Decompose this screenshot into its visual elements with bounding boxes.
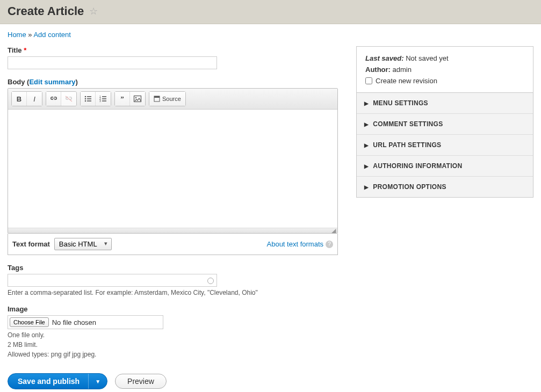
svg-point-4 [84, 100, 86, 102]
image-button[interactable] [130, 92, 145, 106]
tags-label: Tags [8, 264, 338, 272]
caret-right-icon: ▶ [364, 142, 369, 148]
editor-textarea[interactable] [8, 110, 337, 228]
svg-rect-7 [102, 96, 106, 97]
accordion-url-path-settings[interactable]: ▶URL PATH SETTINGS [357, 134, 533, 155]
new-revision-checkbox[interactable] [365, 77, 372, 84]
tags-input[interactable] [8, 274, 217, 287]
tags-hint: Enter a comma-separated list. For exampl… [8, 289, 338, 296]
help-icon: ? [326, 241, 333, 248]
svg-rect-9 [102, 98, 106, 99]
svg-rect-1 [87, 96, 91, 97]
body-editor: B I [8, 88, 338, 234]
file-status: No file chosen [52, 318, 96, 326]
editor-resize-handle[interactable] [8, 228, 337, 233]
image-label: Image [8, 305, 338, 313]
svg-rect-11 [102, 100, 106, 101]
link-button[interactable] [46, 92, 61, 106]
accordion-comment-settings[interactable]: ▶COMMENT SETTINGS [357, 113, 533, 134]
caret-right-icon: ▶ [364, 184, 369, 190]
sidebar: Last saved: Not saved yet Author: admin … [356, 46, 533, 198]
caret-right-icon: ▶ [364, 100, 369, 106]
text-format-bar: Text format Basic HTML About text format… [8, 234, 338, 255]
italic-button[interactable]: I [27, 92, 42, 106]
required-mark: * [24, 46, 26, 54]
favorite-star-icon[interactable]: ☆ [89, 5, 98, 17]
file-hint-2: 2 MB limit. [8, 341, 338, 349]
title-input[interactable] [8, 56, 217, 69]
page-title: Create Article [8, 4, 84, 18]
bold-button[interactable]: B [12, 92, 27, 106]
svg-rect-15 [154, 96, 160, 98]
svg-rect-5 [87, 100, 91, 101]
editor-toolbar: B I [8, 89, 337, 110]
svg-point-2 [84, 98, 86, 100]
bulleted-list-button[interactable] [81, 92, 96, 106]
text-format-label: Text format [12, 240, 50, 248]
caret-right-icon: ▶ [364, 121, 369, 127]
breadcrumb-sep: » [28, 31, 32, 39]
file-hint-1: One file only. [8, 331, 338, 339]
body-label: Body (Edit summary) [8, 78, 338, 86]
accordion-authoring-information[interactable]: ▶AUTHORING INFORMATION [357, 155, 533, 176]
form-actions: Save and publish ▼ Preview [8, 373, 338, 389]
text-format-select[interactable]: Basic HTML [54, 238, 112, 250]
svg-point-0 [84, 96, 86, 98]
breadcrumb-add-content[interactable]: Add content [33, 31, 70, 39]
choose-file-button[interactable]: Choose File [10, 317, 49, 327]
blockquote-button[interactable]: ” [115, 92, 130, 106]
accordion-menu-settings[interactable]: ▶MENU SETTINGS [357, 93, 533, 113]
title-label: Title * [8, 46, 338, 54]
save-and-publish-button[interactable]: Save and publish ▼ [8, 373, 107, 389]
new-revision-row[interactable]: Create new revision [365, 77, 524, 85]
author-row: Author: admin [365, 66, 524, 74]
save-dropdown-toggle[interactable]: ▼ [88, 374, 107, 389]
svg-rect-3 [87, 98, 91, 99]
last-saved-row: Last saved: Not saved yet [365, 54, 524, 62]
edit-summary-link[interactable]: Edit summary [29, 78, 75, 86]
breadcrumb-home[interactable]: Home [8, 31, 26, 39]
svg-point-13 [135, 97, 136, 98]
svg-text:3: 3 [99, 99, 101, 103]
unlink-button[interactable] [61, 92, 76, 106]
about-text-formats-link[interactable]: About text formats ? [267, 240, 334, 248]
source-button[interactable]: Source [149, 92, 185, 106]
accordion-promotion-options[interactable]: ▶PROMOTION OPTIONS [357, 176, 533, 197]
caret-right-icon: ▶ [364, 163, 369, 169]
breadcrumb: Home » Add content [8, 31, 533, 39]
file-hint-3: Allowed types: png gif jpg jpeg. [8, 351, 338, 358]
preview-button[interactable]: Preview [115, 374, 167, 389]
file-input-row: Choose File No file chosen [8, 315, 163, 329]
numbered-list-button[interactable]: 123 [96, 92, 111, 106]
page-header: Create Article ☆ [0, 0, 541, 24]
